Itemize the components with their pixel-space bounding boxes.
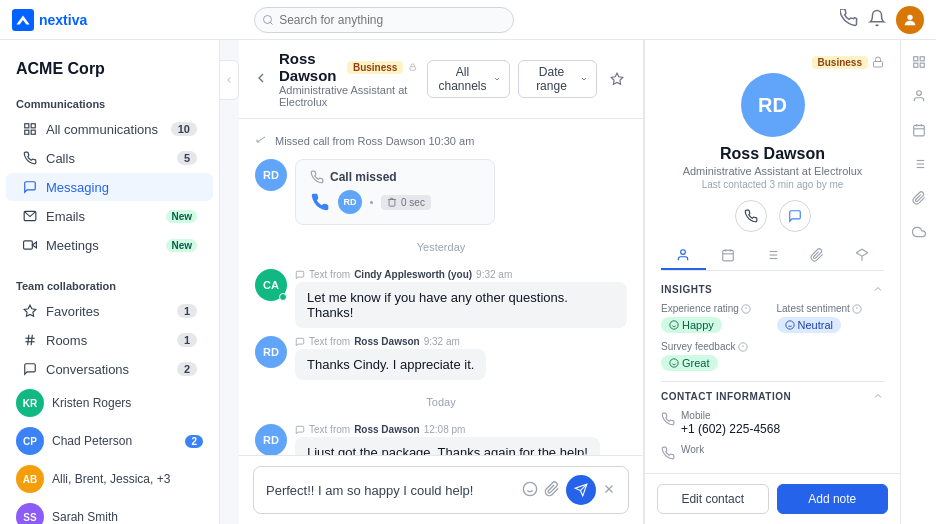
sidebar-item-emails[interactable]: Emails New xyxy=(6,202,213,230)
great-icon xyxy=(669,358,679,368)
mobile-info-text: Mobile +1 (602) 225-4568 xyxy=(681,410,780,436)
conv-name-chad: Chad Peterson xyxy=(52,434,177,448)
conv-avatar-kristen: KR xyxy=(16,389,44,417)
contact-info-chevron[interactable] xyxy=(872,390,884,402)
svg-rect-66 xyxy=(920,63,924,67)
add-note-button[interactable]: Add note xyxy=(777,484,889,514)
search-input[interactable] xyxy=(254,7,514,33)
app-name: nextiva xyxy=(39,12,87,28)
date-filter-label: Date range xyxy=(527,65,576,93)
back-button[interactable] xyxy=(253,70,269,89)
contact-panel-actions: Business xyxy=(661,56,884,69)
rp-contact-icon[interactable] xyxy=(905,82,933,110)
conv-sarah-smith[interactable]: SS Sarah Smith xyxy=(0,498,219,524)
survey-value: Great xyxy=(661,355,718,371)
meetings-label: Meetings xyxy=(46,238,158,253)
send-button[interactable] xyxy=(566,475,596,505)
sidebar-item-all-communications[interactable]: All communications 10 xyxy=(6,115,213,143)
emoji-button[interactable] xyxy=(522,481,538,500)
insights-chevron[interactable] xyxy=(872,283,884,295)
bell-icon[interactable] xyxy=(868,9,886,30)
chat-input-wrap xyxy=(253,466,629,514)
right-contact-panel: Business RD Ross Dawson Administrative A… xyxy=(644,40,900,524)
svg-rect-33 xyxy=(874,62,883,68)
conversations-badge: 2 xyxy=(177,362,197,376)
contact-phone-button[interactable] xyxy=(735,200,767,232)
conv-avatar-chad: CP xyxy=(16,427,44,455)
chat-name-text: Ross Dawson xyxy=(279,50,341,84)
contact-tab-more[interactable] xyxy=(839,242,884,270)
rp-cloud-icon[interactable] xyxy=(905,218,933,246)
sidebar-item-calls[interactable]: Calls 5 xyxy=(6,144,213,172)
rp-calendar-icon[interactable] xyxy=(905,116,933,144)
missed-call-text: Missed call from Ross Dawson 10:30 am xyxy=(275,135,474,147)
conv-avatar-sarah: SS xyxy=(16,503,44,524)
msg-ross-yesterday: RD Text from Ross Dawson 9:32 am Thanks … xyxy=(255,336,627,380)
svg-rect-17 xyxy=(410,67,416,70)
contact-info-title: CONTACT INFORMATION xyxy=(661,391,791,402)
edit-contact-button[interactable]: Edit contact xyxy=(657,484,769,514)
ross-bubble-today: I just got the package. Thanks again for… xyxy=(295,437,600,455)
phone-icon[interactable] xyxy=(840,9,858,30)
chevron-down-icon-2 xyxy=(580,74,588,84)
svg-rect-7 xyxy=(25,130,29,134)
conv-chad-peterson[interactable]: CP Chad Peterson 2 xyxy=(0,422,219,460)
text-msg-icon-3 xyxy=(295,425,305,435)
rp-list-icon[interactable] xyxy=(905,150,933,178)
svg-marker-18 xyxy=(611,73,623,84)
favorites-badge: 1 xyxy=(177,304,197,318)
survey-label: Survey feedback xyxy=(661,341,884,352)
call-card-avatar: RD xyxy=(255,159,287,191)
contact-tab-list[interactable] xyxy=(750,242,795,270)
user-avatar[interactable] xyxy=(896,6,924,34)
contact-chat-button[interactable] xyxy=(779,200,811,232)
section-communications: Communications xyxy=(0,90,219,114)
sidebar-item-favorites[interactable]: Favorites 1 xyxy=(6,297,213,325)
conversations-label: Conversations xyxy=(46,362,169,377)
msg-ross-today: RD Text from Ross Dawson 12:08 pm I just… xyxy=(255,424,627,455)
sidebar-toggle[interactable] xyxy=(219,60,239,100)
chat-header: Ross Dawson Business Administrative Assi… xyxy=(239,40,643,119)
system-missed-call: Missed call from Ross Dawson 10:30 am xyxy=(255,131,627,151)
sidebar-item-rooms[interactable]: Rooms 1 xyxy=(6,326,213,354)
conv-name-kristen: Kristen Rogers xyxy=(52,396,203,410)
rp-grid-icon[interactable] xyxy=(905,48,933,76)
chat-input[interactable] xyxy=(266,483,514,498)
mobile-info-row: Mobile +1 (602) 225-4568 xyxy=(661,410,884,436)
contact-tab-attachment[interactable] xyxy=(795,242,840,270)
date-filter-button[interactable]: Date range xyxy=(518,60,597,98)
avatar-cindy: CA xyxy=(255,269,287,301)
divider-1 xyxy=(661,381,884,382)
contact-avatar-large: RD xyxy=(741,73,805,137)
all-communications-badge: 10 xyxy=(171,122,197,136)
call-card-row: RD Call missed RD 0 sec xyxy=(255,159,627,225)
sidebar-item-meetings[interactable]: Meetings New xyxy=(6,231,213,259)
work-icon xyxy=(661,446,675,460)
svg-rect-35 xyxy=(723,250,734,261)
conv-alli-group[interactable]: AB Alli, Brent, Jessica, +3 xyxy=(0,460,219,498)
sidebar-item-messaging[interactable]: Messaging xyxy=(6,173,213,201)
channels-filter-button[interactable]: All channels xyxy=(427,60,510,98)
chat-contact-name-header: Ross Dawson Business xyxy=(279,50,417,84)
trash-icon xyxy=(387,197,397,207)
divider-today: Today xyxy=(255,396,627,408)
conv-kristen-rogers[interactable]: KR Kristen Rogers xyxy=(0,384,219,422)
svg-rect-63 xyxy=(913,57,917,61)
svg-rect-11 xyxy=(24,241,33,249)
contact-info-section-header: CONTACT INFORMATION xyxy=(661,390,884,402)
cindy-time: 9:32 am xyxy=(476,269,512,280)
rp-attachment-icon[interactable] xyxy=(905,184,933,212)
svg-marker-12 xyxy=(24,305,36,316)
app-logo[interactable]: nextiva xyxy=(12,9,87,31)
contact-tab-calendar[interactable] xyxy=(706,242,751,270)
messaging-label: Messaging xyxy=(46,180,197,195)
contact-tab-person[interactable] xyxy=(661,242,706,270)
svg-point-2 xyxy=(264,15,272,23)
section-team: Team collaboration xyxy=(0,272,219,296)
attachment-button[interactable] xyxy=(544,481,560,500)
sidebar-item-conversations[interactable]: Conversations 2 xyxy=(6,355,213,383)
info-icon-3 xyxy=(738,342,748,352)
call-phone-icon xyxy=(310,192,330,212)
star-header-button[interactable] xyxy=(605,65,628,93)
close-input-button[interactable] xyxy=(602,482,616,499)
